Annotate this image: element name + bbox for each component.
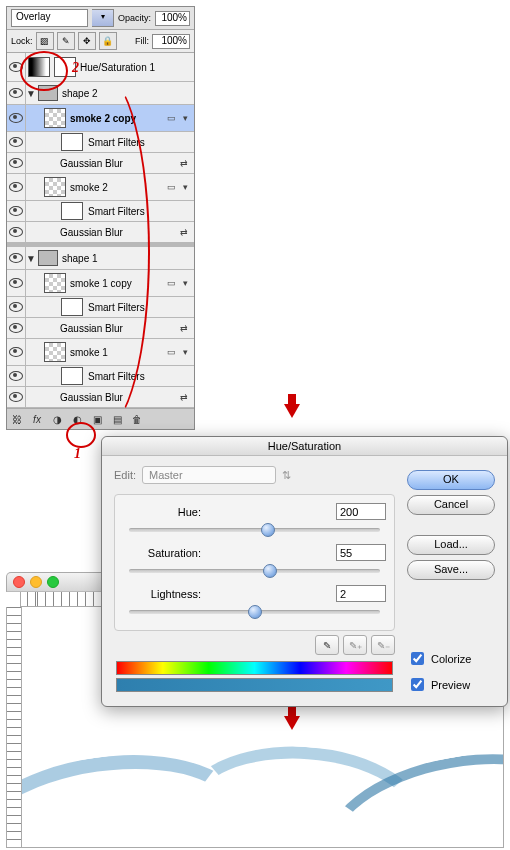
- ruler-vertical[interactable]: [7, 607, 22, 847]
- lock-all-button[interactable]: 🔒: [99, 32, 117, 50]
- zoom-window-button[interactable]: [47, 576, 59, 588]
- edit-scope-select[interactable]: Master: [142, 466, 276, 484]
- layer-label: shape 1: [60, 253, 98, 264]
- visibility-icon[interactable]: [9, 302, 23, 312]
- colorize-checkbox[interactable]: Colorize: [407, 649, 495, 668]
- cancel-button[interactable]: Cancel: [407, 495, 495, 515]
- lock-label: Lock:: [11, 36, 33, 46]
- layer-list: Hue/Saturation 1 ▼ shape 2 smoke 2 copy …: [7, 53, 194, 408]
- filter-blend-icon[interactable]: ⇄: [180, 227, 194, 237]
- visibility-icon[interactable]: [9, 206, 23, 216]
- new-adjustment-button[interactable]: ◐: [69, 411, 85, 427]
- eyedropper-subtract-button[interactable]: ✎₋: [371, 635, 395, 655]
- filter-mask-icon: [61, 133, 83, 151]
- layer-smoke1[interactable]: smoke 1 ▭ ▾: [7, 339, 194, 366]
- visibility-icon[interactable]: [9, 323, 23, 333]
- lightness-input[interactable]: [336, 585, 386, 602]
- hue-slider[interactable]: [123, 522, 386, 536]
- visibility-icon[interactable]: [9, 62, 23, 72]
- visibility-icon[interactable]: [9, 227, 23, 237]
- visibility-icon[interactable]: [9, 137, 23, 147]
- layer-label: Smart Filters: [86, 137, 145, 148]
- layer-smoke2-copy[interactable]: smoke 2 copy ▭ ▾: [7, 105, 194, 132]
- preview-checkbox[interactable]: Preview: [407, 675, 495, 694]
- gaussian-blur-row[interactable]: Gaussian Blur ⇄: [7, 318, 194, 339]
- colorize-checkbox-input[interactable]: [411, 652, 424, 665]
- visibility-icon[interactable]: [9, 371, 23, 381]
- smart-filters-row[interactable]: Smart Filters: [7, 201, 194, 222]
- eyedropper-add-button[interactable]: ✎₊: [343, 635, 367, 655]
- layer-label: Gaussian Blur: [58, 323, 123, 334]
- layer-smoke2[interactable]: smoke 2 ▭ ▾: [7, 174, 194, 201]
- hue-input[interactable]: [336, 503, 386, 520]
- blend-mode-select[interactable]: Overlay: [11, 9, 88, 27]
- lock-transparency-button[interactable]: ▨: [36, 32, 54, 50]
- layer-group-shape1[interactable]: ▼ shape 1: [7, 247, 194, 270]
- saturation-label: Saturation:: [123, 547, 201, 559]
- save-button[interactable]: Save...: [407, 560, 495, 580]
- eyedropper-button[interactable]: ✎: [315, 635, 339, 655]
- lightness-slider[interactable]: [123, 604, 386, 618]
- layer-smoke1-copy[interactable]: smoke 1 copy ▭ ▾: [7, 270, 194, 297]
- layer-label: shape 2: [60, 88, 98, 99]
- result-color-bar: [116, 678, 393, 692]
- folder-icon: [38, 250, 58, 266]
- layer-group-shape2[interactable]: ▼ shape 2: [7, 82, 194, 105]
- saturation-slider[interactable]: [123, 563, 386, 577]
- lock-position-button[interactable]: ✥: [78, 32, 96, 50]
- new-group-button[interactable]: ▣: [89, 411, 105, 427]
- filter-blend-icon[interactable]: ⇄: [180, 392, 194, 402]
- layer-style-button[interactable]: fx: [29, 411, 45, 427]
- new-layer-button[interactable]: ▤: [109, 411, 125, 427]
- smart-filters-row[interactable]: Smart Filters: [7, 132, 194, 153]
- gaussian-blur-row[interactable]: Gaussian Blur ⇄: [7, 153, 194, 174]
- ok-button[interactable]: OK: [407, 470, 495, 490]
- gaussian-blur-row[interactable]: Gaussian Blur ⇄: [7, 387, 194, 408]
- disclosure-triangle-icon[interactable]: ▼: [26, 88, 36, 99]
- visibility-icon[interactable]: [9, 113, 23, 123]
- visibility-icon[interactable]: [9, 253, 23, 263]
- adjustment-thumb-icon: [28, 57, 50, 77]
- blend-mode-dropdown-icon[interactable]: ▾: [92, 9, 114, 27]
- disclosure-triangle-icon[interactable]: ▼: [26, 253, 36, 264]
- filter-blend-icon[interactable]: ⇄: [180, 158, 194, 168]
- layer-hue-saturation[interactable]: Hue/Saturation 1: [7, 53, 194, 82]
- smart-filters-row[interactable]: Smart Filters: [7, 366, 194, 387]
- smart-object-icon: ▭ ▾: [167, 347, 194, 357]
- layer-label: Gaussian Blur: [58, 227, 123, 238]
- layer-thumb-icon: [44, 177, 66, 197]
- layer-thumb-icon: [44, 108, 66, 128]
- fill-input[interactable]: 100%: [152, 34, 190, 49]
- callout-number-1: 1: [74, 446, 81, 462]
- minimize-window-button[interactable]: [30, 576, 42, 588]
- layer-label: Smart Filters: [86, 206, 145, 217]
- lock-pixels-button[interactable]: ✎: [57, 32, 75, 50]
- delete-layer-button[interactable]: 🗑: [129, 411, 145, 427]
- smart-object-icon: ▭ ▾: [167, 278, 194, 288]
- layer-label: Smart Filters: [86, 371, 145, 382]
- visibility-icon[interactable]: [9, 278, 23, 288]
- preview-checkbox-input[interactable]: [411, 678, 424, 691]
- saturation-input[interactable]: [336, 544, 386, 561]
- edit-label: Edit:: [114, 469, 136, 481]
- visibility-icon[interactable]: [9, 347, 23, 357]
- layer-label: Hue/Saturation 1: [78, 62, 155, 73]
- add-mask-button[interactable]: ◑: [49, 411, 65, 427]
- folder-icon: [38, 85, 58, 101]
- load-button[interactable]: Load...: [407, 535, 495, 555]
- opacity-input[interactable]: 100%: [155, 11, 190, 26]
- layer-label: smoke 2: [68, 182, 108, 193]
- filter-blend-icon[interactable]: ⇄: [180, 323, 194, 333]
- visibility-icon[interactable]: [9, 182, 23, 192]
- smart-filters-row[interactable]: Smart Filters: [7, 297, 194, 318]
- arrow-down-icon: [284, 404, 300, 418]
- dropdown-arrows-icon[interactable]: ⇅: [282, 469, 291, 482]
- link-layers-button[interactable]: ⛓: [9, 411, 25, 427]
- smart-object-icon: ▭ ▾: [167, 113, 194, 123]
- visibility-icon[interactable]: [9, 88, 23, 98]
- hue-saturation-dialog: Hue/Saturation Edit: Master ⇅ Hue:: [101, 436, 508, 707]
- close-window-button[interactable]: [13, 576, 25, 588]
- gaussian-blur-row[interactable]: Gaussian Blur ⇄: [7, 222, 194, 243]
- visibility-icon[interactable]: [9, 392, 23, 402]
- visibility-icon[interactable]: [9, 158, 23, 168]
